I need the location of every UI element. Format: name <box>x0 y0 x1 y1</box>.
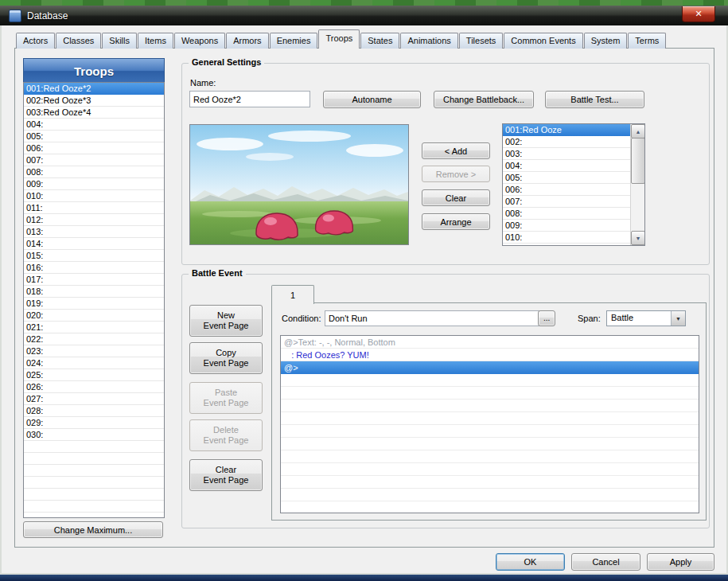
troop-name-input[interactable] <box>189 91 310 107</box>
troop-list-item[interactable]: 026: <box>24 381 164 393</box>
troop-list-item[interactable]: 012: <box>24 214 164 226</box>
scroll-up-button[interactable]: ▲ <box>631 124 645 138</box>
troop-list-item[interactable]: 024: <box>24 357 164 369</box>
event-page-action-button[interactable]: ClearEvent Page <box>189 459 263 491</box>
troop-list-item[interactable]: 013: <box>24 226 164 238</box>
screen: Database ✕ Actors Classes Skills Items W… <box>0 0 728 581</box>
tab[interactable]: Items <box>138 33 173 49</box>
tab[interactable]: Classes <box>56 33 101 49</box>
autoname-button[interactable]: Autoname <box>323 91 421 108</box>
event-command-row[interactable]: : Red Oozes? YUM! <box>281 349 699 361</box>
troop-member-item[interactable]: 001:Red Ooze <box>503 124 631 136</box>
enemy-list-scrollbar[interactable]: ▲ ▼ <box>630 124 644 245</box>
troop-list-item[interactable]: 011: <box>24 202 164 214</box>
span-combobox[interactable]: Battle ▼ <box>606 310 686 326</box>
troop-list-item[interactable]: 018: <box>24 286 164 298</box>
troop-list-item[interactable]: 003:Red Ooze*4 <box>24 107 164 119</box>
troop-list-item[interactable]: 001:Red Ooze*2 <box>24 83 164 95</box>
troops-panel-header: Troops <box>23 58 165 84</box>
troop-list-item[interactable]: 010: <box>24 190 164 202</box>
scroll-down-button[interactable]: ▼ <box>631 231 645 245</box>
condition-label: Condition: <box>282 314 321 323</box>
battle-event-title: Battle Event <box>189 268 246 278</box>
tab[interactable]: Common Events <box>504 33 582 49</box>
troop-list-item[interactable]: 016: <box>24 262 164 274</box>
troop-list-item[interactable]: 014: <box>24 238 164 250</box>
change-maximum-button[interactable]: Change Maximum... <box>23 521 163 538</box>
cancel-button[interactable]: Cancel <box>571 553 640 571</box>
troop-list-item[interactable]: 028: <box>24 405 164 417</box>
troop-list-item[interactable]: 027: <box>24 393 164 405</box>
troop-list-item[interactable]: 017: <box>24 274 164 286</box>
tab[interactable]: System <box>584 33 628 49</box>
troop-list-item[interactable]: 030: <box>24 429 164 441</box>
tab[interactable]: Terms <box>628 33 666 49</box>
troop-list-item[interactable]: 007: <box>24 154 164 166</box>
battleback-preview-image <box>190 125 408 244</box>
tab[interactable]: Animations <box>400 33 457 49</box>
condition-browse-button[interactable]: ... <box>538 310 555 326</box>
troop-list-item[interactable]: 008: <box>24 166 164 178</box>
change-battleback-button[interactable]: Change Battleback... <box>434 91 534 108</box>
event-page-tab-1[interactable]: 1 <box>271 285 314 304</box>
troop-list-item[interactable]: 002:Red Ooze*3 <box>24 95 164 107</box>
troop-list-item[interactable]: 021: <box>24 322 164 333</box>
event-command-row[interactable]: @>Text: -, -, Normal, Bottom <box>281 336 699 349</box>
troop-list-item[interactable]: 004: <box>24 119 164 131</box>
tab[interactable]: Armors <box>226 33 268 49</box>
troop-member-item[interactable]: 010: <box>503 232 631 244</box>
tab[interactable]: Enemies <box>270 33 318 49</box>
troop-list-item[interactable]: 015: <box>24 250 164 262</box>
troop-list-item[interactable]: 019: <box>24 298 164 310</box>
tab[interactable]: Skills <box>102 33 137 49</box>
scroll-up-icon: ▲ <box>636 129 641 135</box>
tab[interactable]: Troops <box>318 29 360 49</box>
troops-tab-page: Troops 001:Red Ooze*2 002:Red Ooze*3 003… <box>14 48 714 548</box>
tab[interactable]: Weapons <box>174 33 225 49</box>
event-page-action-button[interactable]: CopyEvent Page <box>189 342 263 374</box>
close-icon: ✕ <box>695 9 702 19</box>
battle-test-button[interactable]: Battle Test... <box>545 91 644 108</box>
troop-list-item[interactable]: 022: <box>24 333 164 345</box>
troop-list-item[interactable]: 009: <box>24 178 164 190</box>
troop-list-item[interactable]: 005: <box>24 131 164 142</box>
troop-list-item[interactable]: 020: <box>24 310 164 322</box>
tab-bar: Actors Classes Skills Items Weapons Armo… <box>16 30 667 49</box>
troop-list-item[interactable]: 029: <box>24 417 164 429</box>
troop-member-item[interactable]: 006: <box>503 184 631 196</box>
tab[interactable]: States <box>360 33 399 49</box>
event-page-action-button: DeleteEvent Page <box>189 419 263 451</box>
troop-list-item[interactable]: 023: <box>24 345 164 357</box>
event-page-panel: Condition: ... Span: Battle ▼ @>Text: -,… <box>271 302 707 521</box>
condition-input[interactable] <box>325 310 539 326</box>
member-action-button[interactable]: Clear <box>422 189 490 206</box>
close-button[interactable]: ✕ <box>682 6 715 22</box>
troop-member-item[interactable]: 004: <box>503 160 631 172</box>
apply-button[interactable]: Apply <box>647 553 714 571</box>
member-action-button[interactable]: Arrange <box>422 213 490 230</box>
troop-member-item[interactable]: 007: <box>503 196 631 208</box>
ok-button[interactable]: OK <box>496 553 565 571</box>
event-page-action-button[interactable]: NewEvent Page <box>189 305 263 337</box>
general-settings-title: General Settings <box>189 57 264 67</box>
event-page-action-button: PasteEvent Page <box>189 382 263 414</box>
titlebar: Database ✕ <box>0 6 728 25</box>
troop-list-item[interactable]: 006: <box>24 142 164 154</box>
troop-member-item[interactable]: 003: <box>503 148 631 160</box>
troop-member-item[interactable]: 008: <box>503 208 631 220</box>
scroll-thumb[interactable] <box>631 138 645 184</box>
troop-list-item[interactable]: 025: <box>24 369 164 381</box>
troops-panel-title: Troops <box>74 64 114 78</box>
troop-members-list[interactable]: 001:Red Ooze 002: 003: 004: 005: 006: 00… <box>502 123 645 246</box>
combo-arrow-icon: ▼ <box>671 311 685 326</box>
troop-member-item[interactable]: 002: <box>503 136 631 148</box>
event-command-list[interactable]: @>Text: -, -, Normal, Bottom : Red Oozes… <box>280 335 699 513</box>
troop-member-item[interactable]: 005: <box>503 172 631 184</box>
troop-member-item[interactable]: 009: <box>503 220 631 232</box>
tab[interactable]: Tilesets <box>459 33 504 49</box>
tab[interactable]: Actors <box>16 33 55 49</box>
member-action-button[interactable]: < Add <box>422 142 490 159</box>
troop-list[interactable]: 001:Red Ooze*2 002:Red Ooze*3 003:Red Oo… <box>23 82 165 518</box>
event-command-row[interactable]: @> <box>281 361 699 374</box>
desktop-background <box>0 0 728 6</box>
